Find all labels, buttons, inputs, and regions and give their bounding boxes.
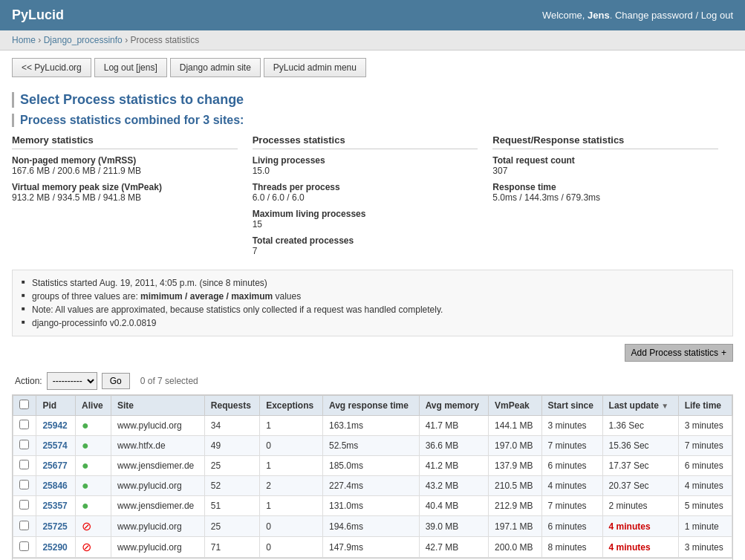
memory-stats: Memory statistics Non-paged memory (VmRS… [12, 134, 253, 262]
pid-link[interactable]: 25677 [42, 460, 67, 471]
note-item-3: django-processinfo v0.2.0.0819 [22, 316, 723, 330]
row-checkbox[interactable] [19, 440, 29, 449]
notes-section: Statistics started Aug. 19, 2011, 4:05 p… [12, 270, 733, 336]
change-password-link[interactable]: Change password [615, 10, 693, 21]
add-btn-row: Add Process statistics + [12, 344, 733, 362]
welcome-text: Welcome, [542, 10, 585, 21]
th-exceptions[interactable]: Exceptions [260, 396, 323, 416]
th-requests[interactable]: Requests [204, 396, 259, 416]
avg-response-cell: 227.4ms [322, 476, 419, 496]
row-checkbox[interactable] [19, 541, 29, 551]
user-info: Welcome, Jens. Change password / Log out [542, 10, 733, 21]
th-checkbox[interactable] [13, 396, 36, 416]
pid-link[interactable]: 25942 [42, 420, 67, 431]
last-update-cell: 4 minutes [602, 516, 678, 537]
avg-response-cell: 194.6ms [322, 516, 419, 537]
header: PyLucid Welcome, Jens. Change password /… [0, 0, 745, 30]
go-button[interactable]: Go [102, 373, 130, 389]
select-all-checkbox[interactable] [19, 400, 29, 409]
row-checkbox[interactable] [19, 480, 29, 489]
th-start-since[interactable]: Start since [541, 396, 602, 416]
th-site[interactable]: Site [111, 396, 204, 416]
life-time-cell: 3 minutes [678, 537, 732, 558]
avg-memory-cell: 41.2 MB [419, 456, 488, 476]
avg-memory-cell: 42.7 MB [419, 537, 488, 558]
app-logo: PyLucid [12, 7, 64, 23]
row-checkbox[interactable] [19, 521, 29, 530]
pid-link[interactable]: 25725 [42, 521, 67, 532]
life-time-cell: 3 minutes [678, 416, 732, 436]
life-time-cell: 4 minutes [678, 476, 732, 496]
pid-link[interactable]: 25357 [42, 501, 67, 511]
vmpeak-cell: 144.1 MB [489, 416, 542, 436]
avg-memory-cell: 43.2 MB [419, 476, 488, 496]
exceptions-cell: 0 [260, 537, 323, 558]
note-item-2: Note: All values are approximated, becau… [22, 303, 723, 316]
logout-btn[interactable]: Log out [jens] [94, 58, 167, 77]
vmpeak-cell: 197.1 MB [489, 516, 542, 537]
process-statistics-table: Pid Alive Site Requests Exceptions Avg r… [13, 395, 732, 558]
table-row: 25357●www.jensdiemer.de511131.0ms40.4 MB… [13, 496, 732, 516]
breadcrumb-home[interactable]: Home [12, 35, 36, 45]
breadcrumb-django-processinfo[interactable]: Django_processinfo [44, 35, 123, 45]
logout-link[interactable]: Log out [701, 10, 733, 21]
th-alive[interactable]: Alive [76, 396, 111, 416]
th-last-update[interactable]: Last update ▼ [602, 396, 678, 416]
alive-indicator: ● [82, 499, 89, 512]
action-select[interactable]: ---------- [47, 372, 97, 390]
start-since-cell: 7 minutes [541, 436, 602, 456]
start-since-cell: 7 minutes [541, 496, 602, 516]
life-time-cell: 7 minutes [678, 436, 732, 456]
avg-response-cell: 163.1ms [322, 416, 419, 436]
avg-memory-cell: 39.0 MB [419, 516, 488, 537]
note-item-1: groups of three values are: mimimum / av… [22, 290, 723, 303]
stats-grid: Memory statistics Non-paged memory (VmRS… [12, 134, 733, 262]
pid-link[interactable]: 25290 [42, 542, 67, 553]
pid-link[interactable]: 25846 [42, 481, 67, 491]
avg-response-cell: 52.5ms [322, 436, 419, 456]
last-update-cell: 1.36 Sec [602, 416, 678, 436]
site-cell: www.pylucid.org [111, 476, 204, 496]
last-update-cell: 4 minutes [602, 537, 678, 558]
django-admin-btn[interactable]: Django admin site [170, 58, 261, 77]
pylucid-admin-btn[interactable]: PyLucid admin menu [264, 58, 366, 77]
add-process-statistics-button[interactable]: Add Process statistics + [625, 344, 733, 362]
avg-memory-cell: 41.7 MB [419, 416, 488, 436]
site-cell: www.pylucid.org [111, 537, 204, 558]
start-since-cell: 3 minutes [541, 416, 602, 436]
breadcrumb-current: Process statistics [130, 35, 199, 45]
life-time-cell: 6 minutes [678, 456, 732, 476]
th-vmpeak[interactable]: VmPeak [489, 396, 542, 416]
vmrss-value: 167.6 MB / 200.6 MB / 211.9 MB [12, 166, 238, 176]
th-life-time[interactable]: Life time [678, 396, 732, 416]
alive-indicator: ● [82, 439, 89, 452]
last-update-cell: 15.36 Sec [602, 436, 678, 456]
response-time-label: Response time [492, 182, 718, 192]
avg-response-cell: 131.0ms [322, 496, 419, 516]
site-cell: www.jensdiemer.de [111, 496, 204, 516]
vmpeak-value: 913.2 MB / 934.5 MB / 941.8 MB [12, 192, 238, 203]
th-avg-response-time[interactable]: Avg response time [322, 396, 419, 416]
table-row: 25942●www.pylucid.org341163.1ms41.7 MB14… [13, 416, 732, 436]
row-checkbox[interactable] [19, 420, 29, 429]
th-pid[interactable]: Pid [36, 396, 76, 416]
action-bar: Action: ---------- Go 0 of 7 selected [12, 368, 733, 394]
pid-link[interactable]: 25574 [42, 440, 67, 451]
processes-heading: Processes statistics [253, 134, 478, 149]
last-update-cell: 2 minutes [602, 496, 678, 516]
life-time-cell: 1 minute [678, 516, 732, 537]
row-checkbox[interactable] [19, 460, 29, 469]
requests-cell: 71 [204, 537, 259, 558]
requests-cell: 51 [204, 496, 259, 516]
table-row: 25725⊘www.pylucid.org250194.6ms39.0 MB19… [13, 516, 732, 537]
requests-cell: 25 [204, 456, 259, 476]
row-checkbox[interactable] [19, 500, 29, 509]
sort-icon: ▼ [661, 402, 668, 410]
note-item-0: Statistics started Aug. 19, 2011, 4:05 p… [22, 276, 723, 290]
table-row: 25846●www.pylucid.org522227.4ms43.2 MB21… [13, 476, 732, 496]
data-table-wrapper: Pid Alive Site Requests Exceptions Avg r… [12, 394, 733, 560]
threads-value: 6.0 / 6.0 / 6.0 [253, 192, 478, 203]
vmpeak-cell: 200.0 MB [489, 537, 542, 558]
th-avg-memory[interactable]: Avg memory [419, 396, 488, 416]
pylucid-btn[interactable]: << PyLucid.org [12, 58, 91, 77]
